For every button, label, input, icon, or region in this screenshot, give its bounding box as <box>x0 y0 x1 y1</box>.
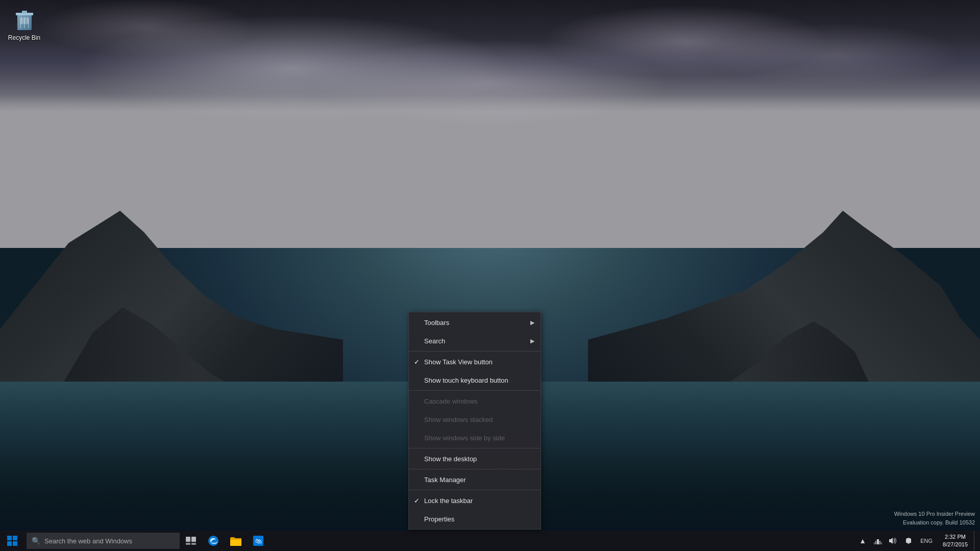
network-icon <box>874 537 882 544</box>
svg-point-15 <box>208 536 218 546</box>
svg-rect-2 <box>22 11 27 13</box>
svg-rect-12 <box>191 537 196 542</box>
file-explorer-button[interactable] <box>225 531 247 551</box>
svg-rect-11 <box>186 537 190 542</box>
task-view-button[interactable] <box>180 531 202 551</box>
svg-rect-6 <box>20 18 29 24</box>
svg-rect-23 <box>874 542 875 544</box>
checkmark-icon: ✓ <box>414 497 420 505</box>
file-explorer-icon <box>230 536 241 546</box>
menu-item-lock-taskbar[interactable]: ✓Lock the taskbar <box>409 491 541 510</box>
clock-time: 2:32 PM <box>945 533 966 541</box>
menu-item-label: Lock the taskbar <box>424 497 473 505</box>
taskbar: 🔍 Search the web and Windows 🛍 <box>0 531 980 551</box>
show-desktop-button[interactable] <box>974 531 978 551</box>
menu-separator <box>409 448 541 448</box>
svg-rect-9 <box>7 541 12 546</box>
recycle-bin-image <box>12 8 37 32</box>
menu-separator <box>409 351 541 352</box>
windows-logo-icon <box>7 536 17 546</box>
checkmark-icon: ✓ <box>414 358 420 366</box>
menu-item-show-windows-side: Show windows side by side <box>409 429 541 447</box>
menu-item-show-task-view[interactable]: ✓Show Task View button <box>409 353 541 371</box>
menu-item-label: Show Task View button <box>424 358 493 366</box>
svg-rect-22 <box>879 541 880 544</box>
edge-icon <box>208 535 219 546</box>
svg-text:🛍: 🛍 <box>255 537 262 545</box>
svg-rect-17 <box>230 540 241 546</box>
submenu-arrow-icon: ▶ <box>530 319 534 326</box>
network-tray-icon[interactable] <box>870 531 886 551</box>
menu-item-label: Show windows side by side <box>424 434 505 442</box>
menu-item-label: Search <box>424 337 445 345</box>
menu-separator <box>409 390 541 391</box>
svg-rect-7 <box>7 536 12 540</box>
submenu-arrow-icon: ▶ <box>530 338 534 344</box>
store-icon: 🛍 <box>253 535 264 546</box>
notification-tray-icon[interactable] <box>901 531 916 551</box>
menu-item-toolbars[interactable]: Toolbars▶ <box>409 313 541 332</box>
menu-item-cascade-windows: Cascade windows <box>409 392 541 410</box>
taskbar-search-bar[interactable]: 🔍 Search the web and Windows <box>27 533 180 549</box>
menu-item-label: Toolbars <box>424 319 449 327</box>
svg-rect-8 <box>13 536 17 540</box>
recycle-bin-icon[interactable]: Recycle Bin <box>5 5 43 45</box>
recycle-bin-label: Recycle Bin <box>8 34 41 42</box>
menu-item-label: Show windows stacked <box>424 416 493 423</box>
svg-marker-25 <box>889 538 893 544</box>
menu-item-show-desktop[interactable]: Show the desktop <box>409 449 541 468</box>
svg-rect-13 <box>186 543 190 545</box>
menu-item-label: Properties <box>424 515 454 523</box>
clock-button[interactable]: 2:32 PM 8/27/2015 <box>937 531 974 551</box>
menu-item-properties[interactable]: Properties <box>409 510 541 528</box>
menu-item-label: Task Manager <box>424 476 466 484</box>
menu-item-search[interactable]: Search▶ <box>409 332 541 350</box>
menu-item-task-manager[interactable]: Task Manager <box>409 470 541 489</box>
svg-rect-20 <box>877 539 879 544</box>
clock-date: 8/27/2015 <box>943 541 968 548</box>
menu-separator <box>409 469 541 469</box>
menu-item-label: Show touch keyboard button <box>424 377 508 384</box>
start-button[interactable] <box>0 531 24 551</box>
svg-rect-26 <box>908 543 910 544</box>
system-tray: ▲ <box>855 531 980 551</box>
svg-rect-21 <box>875 541 876 544</box>
store-button[interactable]: 🛍 <box>247 531 270 551</box>
chevron-up-icon: ▲ <box>859 537 866 545</box>
menu-item-show-touch-keyboard[interactable]: Show touch keyboard button <box>409 371 541 389</box>
search-icon: 🔍 <box>32 537 40 545</box>
search-bar-placeholder: Search the web and Windows <box>44 537 132 545</box>
menu-item-label: Show the desktop <box>424 455 477 463</box>
svg-rect-10 <box>13 541 17 546</box>
tray-overflow-button[interactable]: ▲ <box>855 531 870 551</box>
notification-icon <box>905 537 912 544</box>
menu-separator <box>409 490 541 490</box>
taskbar-context-menu: Toolbars▶Search▶✓Show Task View buttonSh… <box>408 312 541 530</box>
edge-button[interactable] <box>202 531 225 551</box>
volume-icon <box>889 537 897 544</box>
svg-rect-24 <box>881 542 882 544</box>
menu-item-show-windows-stacked: Show windows stacked <box>409 410 541 429</box>
menu-item-label: Cascade windows <box>424 397 478 405</box>
volume-tray-icon[interactable] <box>886 531 901 551</box>
language-text: ENG <box>920 538 933 544</box>
language-indicator[interactable]: ENG <box>916 531 937 551</box>
svg-rect-14 <box>191 543 196 545</box>
task-view-icon <box>186 537 196 545</box>
